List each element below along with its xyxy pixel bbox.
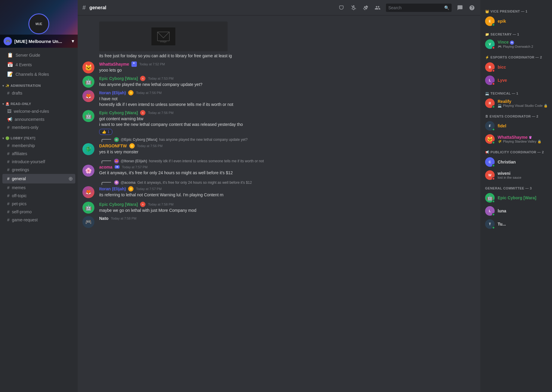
message-body-itoran-2: its referring to lethal not Content Warn…: [99, 192, 476, 198]
author-epic-1[interactable]: Epic Cyborg [Wara]: [99, 76, 138, 81]
member-epic-cyborg[interactable]: 🤖 Epic Cyborg [Wara]: [483, 191, 550, 204]
category-administration[interactable]: ▾ ✨ ADMINISTRATION: [0, 79, 78, 89]
message-content-epic-2: Epic Cyborg [Wara] ⚔ Today at 7:56 PM go…: [99, 110, 476, 135]
server-name-bar: 🎮 [MUE] Melbourne Un... ▾: [0, 35, 78, 48]
channel-off-topic[interactable]: # off-topic: [2, 192, 75, 200]
author-whatatashayme[interactable]: WhattaShayme: [99, 62, 129, 67]
administration-arrow: ▾: [2, 84, 4, 87]
channel-greetings[interactable]: # greetings: [2, 166, 75, 174]
author-epic-3[interactable]: Epic Cyborg [Wara]: [99, 202, 138, 207]
reaction-emoji: 👍: [102, 130, 106, 134]
server-name: [MUE] Melbourne Un...: [14, 39, 62, 44]
category-lobby-text[interactable]: ▾ 🟢 LOBBY [TEXT]: [0, 132, 78, 141]
nav-server-guide[interactable]: 📋 Server Guide: [2, 50, 75, 60]
wara-badge-epic-1: ⚔: [140, 76, 145, 81]
channel-membership[interactable]: # membership: [2, 142, 75, 149]
category-general-committee: GENERAL COMMITTEE — 3: [483, 182, 550, 191]
lobby-label: 🟢 LOBBY [TEXT]: [5, 136, 36, 140]
member-bicc[interactable]: B bicc: [483, 61, 550, 74]
status-fidel: [492, 128, 495, 131]
channel-game-request[interactable]: # game-request: [2, 216, 75, 224]
channel-memes-label: memes: [12, 185, 26, 190]
game-text-realify: Playing Visual Studio Code 🔒: [503, 104, 547, 108]
reply-author-dargon: @Epic Cyborg [Wara]: [121, 138, 157, 142]
message-group-itoran-1: 🦊 Itoran (Elijah) ⭐ Today at 7:56 PM I h…: [78, 89, 480, 109]
channel-header-name: general: [89, 5, 106, 10]
avatar-vince: V: [485, 39, 495, 49]
message-group-nato: 🎮 Nato Today at 7:58 PM: [78, 215, 480, 229]
reaction-thumbsup[interactable]: 👍 1: [99, 129, 112, 135]
reply-author-itoran-2: @acoma: [121, 180, 136, 185]
category-vice-president: 👑 VICE PRESIDENT — 1: [483, 5, 550, 15]
channel-members-only[interactable]: # members-only: [2, 124, 75, 131]
channel-drafts-label: drafts: [12, 91, 22, 95]
nav-channels-roles[interactable]: 📝 Channels & Roles: [2, 70, 75, 79]
channel-memes[interactable]: # memes: [2, 184, 75, 192]
channel-hash-icon: #: [82, 4, 86, 11]
channel-general[interactable]: # general ⊕: [2, 174, 75, 183]
search-input[interactable]: [388, 5, 442, 10]
member-lyve[interactable]: L Lyve: [483, 74, 550, 87]
channel-greetings-label: greetings: [12, 167, 29, 172]
channel-introduce-yourself[interactable]: # introduce-yourself: [2, 158, 75, 166]
channel-affiliates-label: affiliates: [12, 151, 27, 156]
channel-pet-pics[interactable]: # pet-pics: [2, 200, 75, 208]
mute-icon[interactable]: [350, 4, 357, 11]
message-image: image: [99, 21, 228, 51]
channel-announcements[interactable]: 📢 announcements: [2, 115, 75, 123]
message-group-epic-3: 🤖 Epic Cyborg [Wara] ⚔ Today at 7:58 PM …: [78, 200, 480, 215]
message-header-whatatashayme: WhattaShayme ✦ Today at 7:52 PM: [99, 61, 476, 67]
author-dargon[interactable]: DARGONFTW: [99, 143, 127, 148]
member-info-epic-cyborg: Epic Cyborg [Wara]: [498, 195, 547, 200]
add-member-icon[interactable]: ⊕: [68, 175, 73, 182]
member-realify[interactable]: R Realify 💻 Playing Visual Studio Code 🔒: [483, 97, 550, 110]
author-nato[interactable]: Nato: [99, 216, 108, 221]
member-wiveni[interactable]: W wiveni lost in the sauce: [483, 169, 550, 182]
channel-affiliates[interactable]: # affiliates: [2, 150, 75, 158]
member-name-epik: epik: [498, 19, 547, 24]
channel-drafts[interactable]: # drafts: [2, 89, 75, 97]
member-info-realify: Realify 💻 Playing Visual Studio Code 🔒: [498, 99, 547, 108]
author-epic-2[interactable]: Epic Cyborg [Wara]: [99, 110, 138, 115]
message-content-dargon: DARGONFTW ⭐ Today at 7:56 PM yes it is v…: [99, 143, 476, 155]
message-content-nato: Nato Today at 7:58 PM: [99, 216, 476, 228]
member-luna[interactable]: L luna: [483, 204, 550, 217]
category-technical-label: 💻 TECHNICAL — 1: [485, 92, 518, 95]
members-icon[interactable]: [374, 4, 381, 11]
leader-badge-itoran-2: ⭐: [128, 186, 134, 192]
member-fidel[interactable]: F fidel: [483, 119, 550, 132]
member-status-realify: 💻 Playing Visual Studio Code 🔒: [498, 104, 547, 108]
member-name-luna: luna: [498, 209, 547, 213]
author-acoma[interactable]: acoma: [99, 165, 112, 169]
avatar-nato: 🎮: [82, 216, 94, 228]
author-itoran-2[interactable]: Itoran (Elijah): [99, 186, 126, 191]
author-itoran-1[interactable]: Itoran (Elijah): [99, 90, 126, 95]
category-read-only[interactable]: ▾ 🚨 READ-ONLY: [0, 97, 78, 107]
channel-game-request-label: game-request: [12, 217, 38, 222]
member-epik[interactable]: E epik: [483, 15, 550, 28]
avatar-acoma: 🌸: [82, 165, 94, 177]
pin-icon[interactable]: [362, 4, 369, 11]
nav-events[interactable]: 📅 4 Events: [2, 60, 75, 69]
server-header[interactable]: MUE 🎮 [MUE] Melbourne Un... ▾: [0, 0, 78, 48]
message-header-dargon: DARGONFTW ⭐ Today at 7:56 PM: [99, 143, 476, 149]
inbox-icon[interactable]: [456, 4, 464, 11]
read-only-arrow: ▾: [2, 102, 4, 106]
help-icon[interactable]: [468, 4, 476, 11]
member-whatatashayme-sidebar[interactable]: 🐱 WhattaShayme ♛ 🌾 Playing Stardew Valle…: [483, 132, 550, 146]
member-vince[interactable]: V Vince N 🎮 Playing Overwatch 2: [483, 38, 550, 51]
member-christian[interactable]: C Christian: [483, 155, 550, 169]
channel-welcome-and-rules[interactable]: 🖼 welcome-and-rules: [2, 107, 75, 115]
status-lyve: [492, 82, 495, 85]
nav-channels-roles-label: Channels & Roles: [16, 72, 49, 77]
message-time-epic-1: Today at 7:53 PM: [148, 77, 174, 80]
member-tufo[interactable]: T Tu...: [483, 217, 550, 231]
hash-icon: #: [7, 217, 10, 222]
status-epic-cyborg: [492, 200, 495, 203]
threads-icon[interactable]: [338, 4, 345, 11]
channel-introduce-yourself-label: introduce-yourself: [12, 159, 45, 164]
reply-text-itoran-2: Get it anyways, it's free for only 24 ho…: [137, 180, 252, 185]
channel-self-promo[interactable]: # self-promo: [2, 208, 75, 216]
search-box[interactable]: 🔍: [386, 4, 452, 12]
message-block-acoma: 🦊 @Itoran (Elijah) honestly idk if I eve…: [78, 158, 480, 179]
